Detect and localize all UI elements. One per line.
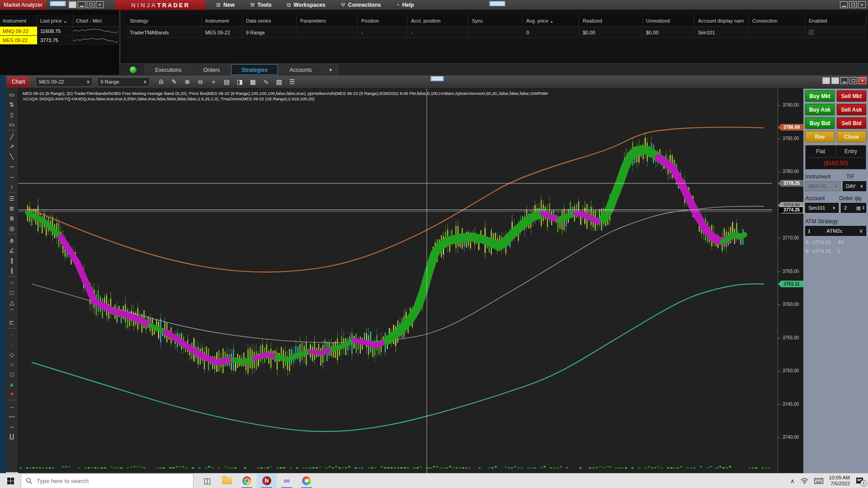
close-icon[interactable]: ✕	[858, 1, 866, 8]
vertical-line-icon[interactable]: ↕	[7, 181, 17, 191]
text-note-icon[interactable]: ⊏	[7, 317, 17, 327]
column-header[interactable]: Acct. position	[407, 15, 468, 27]
pitchfork-icon[interactable]: ⋔	[7, 235, 17, 245]
ray-icon[interactable]: ↗	[7, 141, 17, 151]
region-highlight-x-icon[interactable]: ▭	[7, 119, 17, 129]
strategy-row[interactable]: TraderTMABandsMES 09-229 Range--0$0.00$0…	[126, 27, 868, 38]
taskbar-clock[interactable]: 10:09 AM 7/5/2022	[829, 475, 850, 487]
line-icon[interactable]: ╱	[7, 131, 17, 141]
window-icon[interactable]	[69, 1, 76, 8]
column-header[interactable]: Enabled	[805, 15, 866, 27]
start-button[interactable]	[0, 474, 21, 488]
tab-strategies[interactable]: Strategies	[231, 64, 278, 75]
column-header[interactable]: Data series	[242, 15, 297, 27]
properties-icon[interactable]: ▧	[274, 77, 284, 87]
gann-fan-icon[interactable]: ∠	[7, 245, 17, 255]
double-arrow-icon[interactable]: ↔	[7, 421, 17, 431]
price-axis[interactable]: 3790.003785.003780.003770.003765.003760.…	[778, 89, 803, 473]
tab-accounts[interactable]: Accounts	[279, 64, 322, 75]
maximize-icon[interactable]	[849, 77, 857, 84]
zoom-in-icon[interactable]: ⊕	[182, 77, 192, 87]
chart-plot-area[interactable]: MES 09-22 (9 Range), (D) TraderTMABands/…	[18, 89, 778, 473]
minimize-icon[interactable]	[840, 77, 848, 84]
column-header[interactable]: Sync	[468, 15, 523, 27]
fib-circles-icon[interactable]: ◎	[7, 223, 17, 233]
column-header[interactable]: Account display nam	[694, 15, 749, 27]
collapsed-window-tab[interactable]	[430, 76, 444, 81]
column-header[interactable]: Strategy	[126, 15, 202, 27]
price-markers-icon[interactable]: ⇅	[7, 99, 17, 109]
column-header[interactable]: Connection	[749, 15, 805, 27]
column-header[interactable]: Position	[358, 15, 407, 27]
chart-interval-select[interactable]: 9 Range ∨	[97, 77, 150, 87]
menu-tools[interactable]: ⚒Tools	[250, 2, 272, 8]
window-icon[interactable]	[831, 77, 839, 84]
pin-icon[interactable]	[822, 77, 830, 84]
column-header[interactable]: Instrument	[0, 15, 38, 27]
drawing-tools-icon[interactable]: ✎	[169, 77, 179, 87]
data-series-icon[interactable]: ☰	[287, 77, 297, 87]
collapsed-window-tab[interactable]	[489, 1, 505, 6]
info-icon[interactable]: i	[808, 228, 810, 235]
market-analyzer-window-title[interactable]: Market Analyzer	[0, 0, 46, 10]
task-view-taskbar-button[interactable]: ◫	[197, 474, 217, 488]
chart-instrument-select[interactable]: MES 09-22 ∨	[36, 77, 93, 87]
ray-2-icon[interactable]: →	[7, 401, 17, 411]
tray-chevron-icon[interactable]: ∧	[790, 478, 795, 484]
strategies-wizard-icon[interactable]: ∿	[261, 77, 271, 87]
diamond-icon[interactable]: ◇	[7, 349, 17, 359]
triangle-down-icon[interactable]: ▼	[7, 389, 17, 399]
calculator-icon[interactable]: ▦	[856, 205, 861, 211]
minimize-icon[interactable]	[840, 1, 848, 8]
column-header[interactable]: Last price▲	[38, 15, 73, 27]
sell-bid-button[interactable]: Sell Bid	[837, 117, 866, 129]
chrome-taskbar-button[interactable]	[237, 474, 257, 488]
arrow-down-icon[interactable]: ↓	[7, 339, 17, 349]
column-header[interactable]: Chart - Mini	[73, 15, 120, 27]
file-explorer-taskbar-button[interactable]	[217, 474, 237, 488]
instrument-select[interactable]: MES 09... ∨	[805, 181, 840, 191]
column-header[interactable]: Parameters	[297, 15, 358, 27]
square-icon[interactable]: □	[7, 369, 17, 379]
action-center-icon[interactable]: 1	[856, 477, 863, 484]
maximize-icon[interactable]	[849, 1, 857, 8]
order-qty-stepper[interactable]: 2 ▦ ▲▼	[841, 203, 866, 213]
tab-executions[interactable]: Executions	[145, 64, 192, 75]
regression-channel-icon[interactable]: ∥	[7, 265, 17, 275]
dot-icon[interactable]: ○	[7, 359, 17, 369]
atm-strategy-select[interactable]: i ATM2c ∨	[805, 226, 866, 236]
trend-channel-icon[interactable]: ∥	[7, 255, 17, 265]
enabled-checkbox[interactable]	[809, 30, 814, 35]
fib-extensions-icon[interactable]: ≣	[7, 203, 17, 213]
buy-ask-button[interactable]: Buy Ask	[805, 104, 835, 115]
account-select[interactable]: Sim101 ∨	[805, 203, 839, 213]
buy-bid-button[interactable]: Buy Bid	[805, 117, 835, 129]
region-highlight-y-icon[interactable]: ▯	[7, 109, 17, 119]
chart-trader-icon[interactable]: ◨	[235, 77, 245, 87]
data-box-icon[interactable]: ▤	[222, 77, 231, 87]
search-input[interactable]	[37, 478, 172, 484]
rectangle-icon[interactable]: □	[7, 287, 17, 297]
fib-time-extensions-icon[interactable]: Ⅲ	[7, 213, 17, 223]
close-icon[interactable]: ✕	[96, 1, 104, 8]
trash-icon[interactable]: ∐	[7, 431, 17, 441]
menu-new[interactable]: ⊞New	[216, 2, 235, 8]
ellipse-icon[interactable]: ○	[7, 277, 17, 287]
buy-mkt-button[interactable]: Buy Mkt	[805, 90, 835, 102]
sell-ask-button[interactable]: Sell Ask	[837, 104, 866, 115]
triangle-up-icon[interactable]: ▲	[7, 379, 17, 389]
line-2-icon[interactable]: —	[7, 411, 17, 421]
fib-retracements-icon[interactable]: ☰	[7, 193, 17, 203]
horizontal-line-icon[interactable]: ─	[7, 161, 17, 171]
wifi-icon[interactable]	[801, 478, 808, 484]
add-tab-button[interactable]: +	[323, 64, 338, 75]
arc-icon[interactable]: ⌒	[7, 307, 17, 317]
taskbar-search[interactable]	[21, 474, 193, 488]
ruler-icon[interactable]: ▭	[7, 89, 17, 99]
visual-studio-taskbar-button[interactable]: ∞	[277, 474, 297, 488]
triangle-icon[interactable]: △	[7, 297, 17, 307]
tab-orders[interactable]: Orders	[193, 64, 231, 75]
column-header[interactable]: Realized	[579, 15, 642, 27]
column-header[interactable]: Instrument	[202, 15, 242, 27]
close-position-button[interactable]: Close	[837, 131, 866, 142]
